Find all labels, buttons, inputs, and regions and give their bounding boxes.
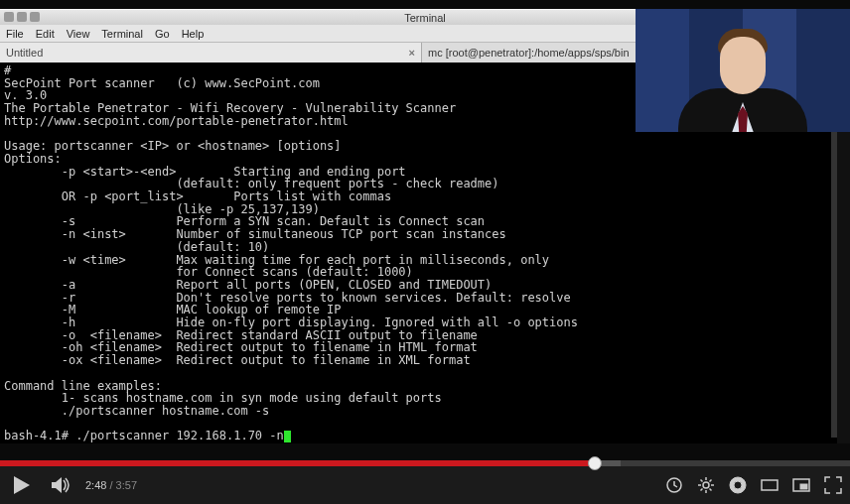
window-title: Terminal bbox=[404, 12, 446, 24]
window-minimize-icon[interactable] bbox=[4, 12, 14, 22]
time-display: 2:48 / 3:57 bbox=[85, 479, 137, 491]
close-icon[interactable]: × bbox=[409, 47, 415, 59]
fullscreen-icon bbox=[824, 476, 842, 494]
annotations-icon bbox=[729, 476, 747, 494]
menu-file[interactable]: File bbox=[6, 28, 24, 40]
svg-rect-8 bbox=[800, 484, 807, 489]
time-duration: 3:57 bbox=[116, 479, 137, 491]
settings-button[interactable] bbox=[695, 474, 717, 496]
time-current: 2:48 bbox=[85, 479, 106, 491]
menu-edit[interactable]: Edit bbox=[36, 28, 55, 40]
tab-label: mc [root@penetrator]:/home/apps/sps/bin bbox=[428, 47, 630, 59]
theater-icon bbox=[761, 476, 779, 494]
video-controls: 2:48 / 3:57 bbox=[0, 466, 850, 504]
fullscreen-button[interactable] bbox=[822, 474, 844, 496]
size-icon bbox=[792, 476, 810, 494]
webcam-overlay bbox=[636, 9, 850, 132]
tab-untitled[interactable]: Untitled × bbox=[0, 43, 422, 63]
menu-go[interactable]: Go bbox=[155, 28, 170, 40]
svg-point-3 bbox=[703, 482, 709, 488]
watch-later-button[interactable] bbox=[663, 474, 685, 496]
gear-icon bbox=[697, 476, 715, 494]
window-maximize-icon[interactable] bbox=[17, 12, 27, 22]
svg-marker-1 bbox=[52, 477, 62, 493]
menu-terminal[interactable]: Terminal bbox=[101, 28, 143, 40]
volume-button[interactable] bbox=[44, 466, 79, 504]
svg-marker-0 bbox=[14, 476, 30, 494]
theater-button[interactable] bbox=[759, 474, 780, 496]
play-button[interactable] bbox=[0, 466, 44, 504]
tab-label: Untitled bbox=[6, 47, 43, 59]
terminal-command: ./portscanner 192.168.1.70 -n bbox=[75, 429, 284, 442]
terminal-cursor-icon bbox=[284, 431, 291, 442]
terminal-prompt: bash-4.1# bbox=[4, 429, 75, 442]
svg-point-5 bbox=[734, 481, 742, 489]
play-icon bbox=[14, 476, 30, 494]
size-button[interactable] bbox=[790, 474, 812, 496]
progress-handle-icon[interactable] bbox=[588, 456, 602, 470]
annotations-button[interactable] bbox=[727, 474, 749, 496]
window-close-icon[interactable] bbox=[30, 12, 40, 22]
clock-icon bbox=[665, 476, 683, 494]
volume-icon bbox=[52, 476, 71, 494]
terminal-output: # SecPoint Port scanner (c) www.SecPoint… bbox=[4, 63, 578, 418]
svg-rect-6 bbox=[762, 480, 778, 490]
menu-help[interactable]: Help bbox=[182, 28, 205, 40]
menu-view[interactable]: View bbox=[67, 28, 90, 40]
